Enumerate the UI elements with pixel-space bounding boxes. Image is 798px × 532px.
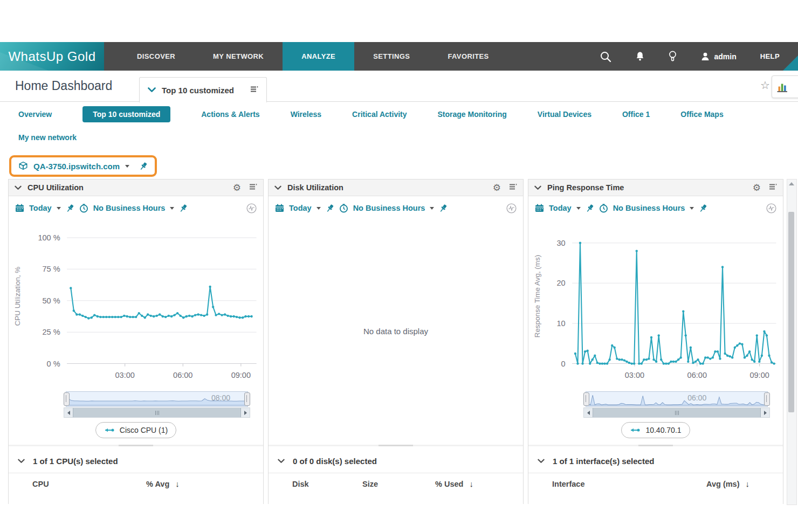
panel-splitter[interactable] — [9, 445, 263, 446]
device-selector[interactable]: QA-3750.ipswitch.com — [9, 155, 157, 177]
business-hours-dropdown[interactable]: No Business Hours — [613, 204, 685, 212]
business-hours-clock-icon[interactable] — [339, 204, 348, 213]
collapse-chevron-icon[interactable] — [534, 185, 541, 190]
date-range-caret[interactable] — [317, 207, 321, 210]
expand-chevron-icon[interactable] — [278, 459, 285, 464]
scroll-right-button[interactable] — [761, 408, 769, 417]
chart-style-toggle-icon[interactable] — [506, 203, 517, 213]
column-header-avg-ms[interactable]: Avg (ms)↓ — [706, 479, 749, 488]
date-range-dropdown[interactable]: Today — [29, 204, 52, 212]
panel-splitter[interactable] — [528, 445, 783, 446]
vertical-scrollbar[interactable] — [787, 179, 797, 505]
expand-chevron-icon[interactable] — [18, 459, 25, 464]
pin-icon[interactable] — [439, 204, 448, 213]
range-preview-strip[interactable]: 06:00 — [586, 391, 768, 407]
business-hours-dropdown[interactable]: No Business Hours — [353, 204, 425, 212]
panel-menu-icon[interactable] — [249, 183, 257, 192]
business-hours-dropdown[interactable]: No Business Hours — [93, 204, 166, 212]
tab-my-new-network[interactable]: My new network — [18, 129, 77, 146]
chart-style-toggle-icon[interactable] — [246, 203, 257, 213]
business-hours-clock-icon[interactable] — [599, 204, 608, 213]
scrollbar-thumb[interactable] — [593, 408, 761, 417]
nav-settings[interactable]: SETTINGS — [354, 42, 429, 71]
nav-discover[interactable]: DISCOVER — [118, 42, 194, 71]
tab-office-maps[interactable]: Office Maps — [680, 106, 723, 122]
panel-menu-icon[interactable] — [769, 183, 777, 192]
column-header-disk[interactable]: Disk — [292, 480, 362, 488]
business-hours-caret[interactable] — [690, 207, 694, 210]
dashboard-menu-icon[interactable] — [250, 85, 258, 95]
favorite-star-icon[interactable]: ☆ — [760, 80, 770, 91]
pin-icon[interactable] — [139, 162, 148, 171]
date-range-caret[interactable] — [576, 207, 581, 210]
range-handle-left[interactable] — [64, 392, 70, 406]
column-header-interface[interactable]: Interface — [552, 480, 706, 488]
tab-wireless[interactable]: Wireless — [291, 106, 321, 122]
column-header-used[interactable]: % Used↓ — [435, 479, 473, 488]
panel-menu-icon[interactable] — [509, 183, 517, 192]
collapse-chevron-icon[interactable] — [274, 185, 281, 190]
calendar-icon[interactable] — [535, 204, 544, 212]
business-hours-caret[interactable] — [170, 207, 174, 210]
tab-actions-alerts[interactable]: Actions & Alerts — [201, 106, 259, 122]
search-icon[interactable] — [600, 51, 611, 63]
nav-utility-area: admin HELP — [600, 42, 798, 71]
column-header-cpu[interactable]: CPU — [32, 480, 146, 488]
nav-favorites[interactable]: FAVORITES — [429, 42, 507, 71]
pin-icon[interactable] — [586, 204, 594, 213]
range-handle-right[interactable] — [244, 392, 250, 406]
selection-summary: 1 of 1 interface(s) selected — [553, 457, 654, 466]
scrollbar-thumb[interactable] — [73, 408, 241, 417]
range-preview-strip[interactable]: 08:00 — [66, 391, 248, 407]
nav-analyze[interactable]: ANALYZE — [283, 42, 354, 71]
nav-help[interactable]: HELP — [760, 52, 780, 60]
whatsup-gold-logo[interactable]: WhatsUp Gold — [0, 42, 104, 71]
scroll-right-button[interactable] — [241, 408, 250, 417]
pin-icon[interactable] — [179, 204, 188, 213]
pin-icon[interactable] — [699, 204, 707, 213]
settings-gear-icon[interactable]: ⚙ — [753, 183, 761, 192]
bar-chart-icon — [776, 81, 789, 93]
chart-style-toggle-icon[interactable] — [766, 203, 776, 213]
tab-critical-activity[interactable]: Critical Activity — [352, 106, 407, 122]
legend-item-cisco-cpu[interactable]: Cisco CPU (1) — [95, 422, 176, 438]
scroll-left-button[interactable] — [64, 408, 73, 417]
chevron-down-icon — [148, 87, 156, 93]
legend-item-interface[interactable]: 10.40.70.1 — [621, 422, 690, 438]
panel-splitter[interactable] — [269, 445, 523, 446]
date-range-dropdown[interactable]: Today — [549, 204, 572, 212]
tab-overview[interactable]: Overview — [18, 106, 52, 122]
date-range-caret[interactable] — [57, 207, 61, 210]
calendar-icon[interactable] — [15, 204, 24, 212]
pin-icon[interactable] — [66, 204, 74, 213]
user-menu[interactable]: admin — [700, 52, 736, 61]
scroll-left-button[interactable] — [584, 408, 593, 417]
reports-chart-button[interactable] — [772, 75, 798, 98]
collapse-chevron-icon[interactable] — [15, 185, 22, 190]
range-handle-left[interactable] — [583, 392, 589, 406]
expand-chevron-icon[interactable] — [538, 459, 545, 464]
nav-my-network[interactable]: MY NETWORK — [194, 42, 283, 71]
horizontal-scrollbar[interactable] — [64, 407, 250, 418]
column-header-size[interactable]: Size — [362, 480, 435, 488]
tab-storage-monitoring[interactable]: Storage Monitoring — [438, 106, 507, 122]
calendar-icon[interactable] — [275, 204, 284, 212]
dashboard-selector[interactable]: Top 10 customized — [139, 77, 267, 102]
tab-office-1[interactable]: Office 1 — [622, 106, 650, 122]
tab-top-10-customized[interactable]: Top 10 customized — [82, 106, 170, 122]
tab-virtual-devices[interactable]: Virtual Devices — [538, 106, 591, 122]
settings-gear-icon[interactable]: ⚙ — [233, 183, 241, 192]
business-hours-clock-icon[interactable] — [79, 204, 88, 213]
pin-icon[interactable] — [326, 204, 334, 213]
vertical-scrollbar-thumb[interactable] — [788, 212, 794, 412]
scroll-up-button[interactable] — [789, 182, 794, 185]
horizontal-scrollbar[interactable] — [583, 407, 770, 418]
date-range-dropdown[interactable]: Today — [289, 204, 312, 212]
settings-gear-icon[interactable]: ⚙ — [493, 183, 501, 192]
column-header-avg[interactable]: % Avg↓ — [146, 479, 180, 488]
svg-text:09:00: 09:00 — [231, 371, 251, 380]
business-hours-caret[interactable] — [430, 207, 434, 210]
notifications-bell-icon[interactable] — [635, 51, 645, 62]
ideas-bulb-icon[interactable] — [669, 51, 677, 62]
range-handle-right[interactable] — [764, 392, 770, 406]
